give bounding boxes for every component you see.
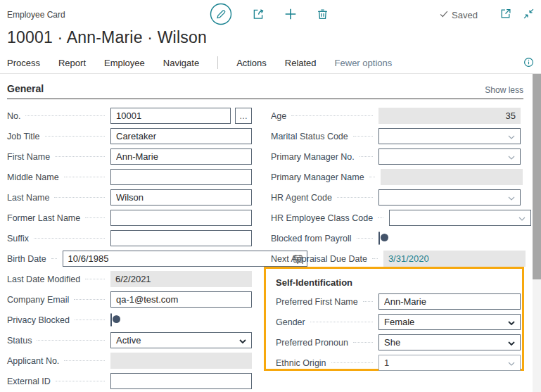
ethnic-origin-label: Ethnic Origin [276, 358, 326, 368]
preferred-pronoun-select[interactable]: She [378, 334, 521, 350]
field-row-job-title: Job Title [7, 126, 252, 146]
status-select[interactable]: Active [110, 332, 252, 348]
gender-select[interactable]: Female [378, 314, 521, 330]
field-row-applicant-no: Applicant No. [7, 350, 252, 371]
menu-actions[interactable]: Actions [236, 58, 267, 68]
preferred-first-name-input[interactable] [378, 293, 521, 310]
field-row-former-last-name: Former Last Name [7, 208, 252, 228]
no-input[interactable] [110, 108, 231, 124]
primary-manager-name-label: Primary Manager Name [271, 172, 364, 182]
field-row-last-date-modified: Last Date Modified 6/2/2021 [7, 269, 252, 289]
menu-process[interactable]: Process [7, 58, 40, 68]
field-row-external-id: External ID [7, 371, 252, 391]
applicant-no-label: Applicant No. [7, 356, 59, 366]
page-title: 10001 · Ann-Marie · Wilson [7, 28, 207, 47]
show-less-link[interactable]: Show less [485, 85, 523, 95]
toggle-knob [113, 315, 120, 323]
hr-employee-class-code-select[interactable] [389, 210, 531, 226]
vertical-scrollbar[interactable] [533, 74, 541, 392]
share-icon [252, 8, 265, 23]
hr-agent-code-select[interactable] [378, 189, 521, 206]
suffix-label: Suffix [7, 234, 29, 244]
no-label: No. [7, 111, 20, 121]
company-email-input[interactable] [110, 291, 252, 308]
dotted-leader [372, 258, 378, 259]
menu-related[interactable]: Related [285, 58, 317, 68]
field-row-gender: Gender Female [271, 312, 521, 332]
general-section-title[interactable]: General [7, 83, 44, 94]
delete-button[interactable] [317, 8, 329, 23]
privacy-blocked-toggle[interactable] [110, 313, 112, 327]
first-name-label: First Name [7, 152, 50, 162]
dotted-leader [64, 177, 105, 177]
self-identification-title: Self-Identification [276, 277, 352, 288]
edit-button[interactable] [210, 3, 232, 27]
field-row-blocked-from-payroll: Blocked from Payroll [271, 228, 521, 248]
menu-navigate[interactable]: Navigate [163, 58, 199, 68]
field-row-preferred-pronoun: Preferred Pronoun She [271, 332, 521, 353]
marital-status-code-select[interactable] [378, 128, 521, 144]
app-caption: Employee Card [7, 10, 65, 20]
menu-fewer-options[interactable]: Fewer options [335, 58, 393, 68]
info-icon [523, 57, 534, 70]
external-id-input[interactable] [110, 373, 252, 389]
field-row-preferred-first-name: Preferred First Name [271, 291, 521, 312]
field-row-last-name: Last Name [7, 187, 252, 208]
middle-name-label: Middle Name [7, 172, 59, 182]
general-section-header: General Show less [7, 83, 523, 99]
last-name-input[interactable] [110, 189, 252, 206]
check-icon [439, 9, 449, 21]
scrollbar-thumb[interactable] [533, 74, 541, 279]
field-row-primary-manager-no: Primary Manager No. [271, 146, 521, 167]
dotted-leader [34, 238, 105, 239]
self-identification-header: Self-Identification [271, 273, 521, 291]
field-row-hr-employee-class-code: HR Employee Class Code [271, 208, 521, 228]
collapse-button[interactable] [523, 8, 535, 22]
general-left-column: No. … Job Title First Name Middle Name L… [7, 106, 252, 391]
preferred-pronoun-label: Preferred Pronoun [276, 338, 348, 348]
dotted-leader [51, 258, 57, 259]
field-row-first-name: First Name [7, 146, 252, 167]
first-name-input[interactable] [110, 148, 252, 165]
field-row-no: No. … [7, 106, 252, 126]
menu-report[interactable]: Report [58, 58, 86, 68]
company-email-label: Company Email [7, 295, 69, 305]
dotted-leader [45, 136, 105, 137]
toggle-knob [381, 234, 388, 241]
next-appraisal-due-date-label: Next Appraisal Due Date [271, 254, 367, 264]
field-row-age: Age 35 [271, 106, 521, 126]
blocked-from-payroll-toggle[interactable] [378, 232, 380, 245]
dotted-leader [378, 217, 383, 218]
new-button[interactable] [284, 8, 297, 23]
share-button[interactable] [252, 8, 265, 23]
no-assist-edit-button[interactable]: … [235, 108, 252, 124]
age-label: Age [271, 111, 286, 121]
dotted-leader [369, 177, 375, 177]
primary-manager-no-select[interactable] [378, 148, 521, 165]
gender-label: Gender [276, 317, 305, 327]
field-row-privacy-blocked: Privacy Blocked [7, 310, 252, 330]
middle-name-input[interactable] [110, 169, 252, 185]
dotted-leader [85, 279, 105, 279]
info-button[interactable] [523, 57, 534, 70]
pencil-icon [210, 3, 232, 27]
dotted-leader [291, 115, 373, 116]
last-date-modified-field: 6/2/2021 [110, 271, 252, 287]
open-in-new-window-button[interactable] [499, 8, 511, 22]
field-row-marital-status-code: Marital Status Code [271, 126, 521, 146]
suffix-input[interactable] [110, 230, 252, 246]
hr-agent-code-label: HR Agent Code [271, 193, 332, 203]
dotted-leader [85, 217, 105, 218]
dotted-leader [64, 360, 105, 361]
menu-employee[interactable]: Employee [104, 58, 145, 68]
dotted-leader [337, 197, 373, 198]
gender-value: Female [384, 317, 414, 327]
preferred-first-name-label: Preferred First Name [276, 297, 358, 307]
job-title-input[interactable] [110, 128, 252, 144]
former-last-name-input[interactable] [110, 210, 252, 226]
applicant-no-field [110, 353, 252, 369]
dotted-leader [25, 115, 105, 116]
job-title-label: Job Title [7, 132, 40, 141]
employee-card-page: Employee Card [0, 0, 541, 392]
trash-icon [317, 8, 329, 23]
